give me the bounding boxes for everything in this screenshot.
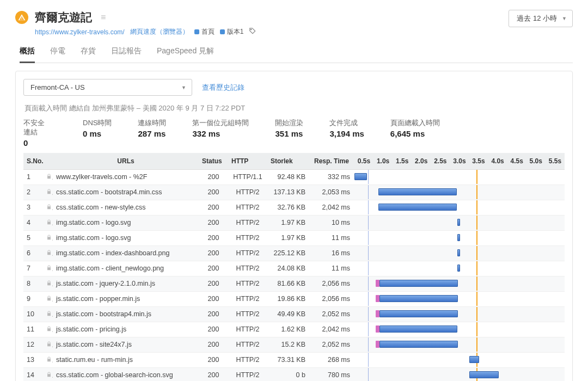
url-cell[interactable]: js.static.com - jquery-2.1.0.min.js: [53, 276, 199, 291]
metric-value: 6,645 ms: [390, 129, 440, 138]
table-row[interactable]: 2css.static.com - bootstrap4.min.css200H…: [23, 185, 565, 200]
tick-label: 4.5s: [507, 153, 526, 170]
col-status[interactable]: Status: [199, 153, 228, 170]
tick-label: 4.0s: [488, 153, 507, 170]
tick-label: 1.5s: [393, 153, 412, 170]
waterfall-bar: [354, 337, 565, 352]
url-cell[interactable]: img.static.com - logo.svg: [53, 230, 199, 245]
waterfall-bar: [354, 215, 565, 230]
url-cell[interactable]: css.static.com - new-style.css: [53, 200, 199, 215]
table-row[interactable]: 4img.static.com - logo.svg200HTTP/21.97 …: [23, 215, 565, 230]
col-http[interactable]: HTTP: [228, 153, 267, 170]
tab-outage[interactable]: 停電: [50, 46, 65, 63]
lock-icon: [43, 306, 53, 322]
tick-label: 0.5s: [354, 153, 373, 170]
page-title: 齊爾克遊記: [35, 10, 92, 25]
col-size[interactable]: Storlek: [267, 153, 311, 170]
chip-home[interactable]: 首頁: [194, 27, 215, 36]
metric-label: 頁面總載入時間: [390, 119, 440, 128]
speed-label-link[interactable]: 網頁速度（瀏覽器）: [130, 27, 189, 36]
waterfall-bar: [354, 245, 565, 261]
col-sno[interactable]: S.No.: [23, 153, 43, 170]
tick-label: 1.0s: [373, 153, 393, 170]
url-cell[interactable]: www.zylker-travels.com - %2F: [53, 169, 199, 185]
lock-icon: [43, 230, 53, 245]
lock-icon: [43, 169, 53, 185]
tick-label: 5.5s: [546, 153, 565, 170]
url-cell[interactable]: css.static.com - bootstrap4.min.css: [53, 185, 199, 200]
lock-icon: [43, 291, 53, 306]
table-row[interactable]: 5img.static.com - logo.svg200HTTP/21.97 …: [23, 230, 565, 245]
tab-pagespeed[interactable]: PageSpeed 見解: [157, 46, 214, 63]
table-row[interactable]: 14css.static.com - global-search-icon.sv…: [23, 367, 565, 381]
table-row[interactable]: 13static.rum.eu - rum-min.js200HTTP/273.…: [23, 352, 565, 367]
waterfall-bar: [354, 261, 565, 276]
time-range-select[interactable]: 過去 12 小時: [509, 10, 573, 27]
table-row[interactable]: 6img.static.com - index-dashboard.png200…: [23, 245, 565, 261]
url-cell[interactable]: css.static.com - global-search-icon.svg: [53, 367, 199, 381]
url-cell[interactable]: js.static.com - site24x7.js: [53, 337, 199, 352]
lock-icon: [43, 245, 53, 261]
metric-value: 0 ms: [83, 129, 112, 138]
metric-value: 3,194 ms: [329, 129, 364, 138]
waterfall-bar: [354, 322, 565, 337]
tick-label: 3.5s: [469, 153, 488, 170]
tab-log-report[interactable]: 日誌報告: [111, 46, 142, 63]
table-row[interactable]: 1www.zylker-travels.com - %2F200HTTP/1.1…: [23, 169, 565, 185]
metric-label: 不安全連結: [23, 119, 45, 137]
tick-label: 2.0s: [412, 153, 431, 170]
tabs: 概括 停電 存貨 日誌報告 PageSpeed 見解: [20, 46, 573, 63]
chip-version[interactable]: 版本1: [220, 27, 244, 36]
waterfall-bar: [354, 230, 565, 245]
table-row[interactable]: 8js.static.com - jquery-2.1.0.min.js200H…: [23, 276, 565, 291]
table-row[interactable]: 11js.static.com - pricing.js200HTTP/21.6…: [23, 322, 565, 337]
metrics-row: 不安全連結0DNS時間0 ms連線時間287 ms第一個位元組時間332 ms開…: [23, 119, 565, 148]
url-cell[interactable]: img.static.com - index-dashboard.png: [53, 245, 199, 261]
table-row[interactable]: 7img.static.com - client_newlogo.png200H…: [23, 261, 565, 276]
location-select[interactable]: Fremont-CA - US: [23, 79, 192, 96]
waterfall-bar: [354, 306, 565, 322]
col-url[interactable]: URLs: [53, 153, 199, 170]
metric-value: 0: [23, 138, 45, 148]
tab-summary[interactable]: 概括: [20, 46, 35, 63]
table-row[interactable]: 3css.static.com - new-style.css200HTTP/2…: [23, 200, 565, 215]
main-panel: Fremont-CA - US 查看歷史記錄 頁面載入時間 總結自 加州弗里蒙特…: [15, 71, 573, 381]
metric-value: 287 ms: [138, 129, 166, 138]
waterfall-bar: [354, 276, 565, 291]
history-link[interactable]: 查看歷史記錄: [202, 83, 244, 93]
metric-label: 連線時間: [138, 119, 166, 128]
tick-label: 2.5s: [431, 153, 450, 170]
lock-icon: [43, 322, 53, 337]
lock-icon: [43, 276, 53, 291]
tag-icon[interactable]: [249, 27, 256, 36]
tick-label: 3.0s: [450, 153, 469, 170]
menu-icon[interactable]: ≡: [101, 13, 106, 22]
site-url-link[interactable]: https://www.zylker-travels.com/: [35, 28, 125, 36]
url-cell[interactable]: js.static.com - popper.min.js: [53, 291, 199, 306]
table-row[interactable]: 12js.static.com - site24x7.js200HTTP/215…: [23, 337, 565, 352]
lock-icon: [43, 185, 53, 200]
waterfall-bar: [354, 200, 565, 215]
url-cell[interactable]: img.static.com - logo.svg: [53, 215, 199, 230]
metric-label: 第一個位元組時間: [192, 119, 249, 128]
summary-text: 頁面載入時間 總結自 加州弗里蒙特 – 美國 2020 年 9 月 7 日 7:…: [24, 103, 565, 113]
waterfall-bar: [354, 291, 565, 306]
lock-icon: [43, 215, 53, 230]
svg-point-0: [251, 29, 252, 30]
col-resp[interactable]: Resp. Time: [311, 153, 354, 170]
url-cell[interactable]: img.static.com - client_newlogo.png: [53, 261, 199, 276]
table-row[interactable]: 9js.static.com - popper.min.js200HTTP/21…: [23, 291, 565, 306]
tab-inventory[interactable]: 存貨: [81, 46, 96, 63]
url-cell[interactable]: js.static.com - bootstrap4.min.js: [53, 306, 199, 322]
metric-value: 332 ms: [192, 129, 249, 138]
url-cell[interactable]: js.static.com - pricing.js: [53, 322, 199, 337]
waterfall-table: S.No.URLsStatusHTTPStorlekResp. Time0.5s…: [23, 153, 565, 381]
lock-icon: [43, 261, 53, 276]
waterfall-bar: [354, 367, 565, 381]
metric-value: 351 ms: [275, 129, 303, 138]
metric-label: 開始渲染: [275, 119, 303, 128]
waterfall-bar: [354, 169, 565, 185]
waterfall-bar: [354, 185, 565, 200]
table-row[interactable]: 10js.static.com - bootstrap4.min.js200HT…: [23, 306, 565, 322]
url-cell[interactable]: static.rum.eu - rum-min.js: [53, 352, 199, 367]
